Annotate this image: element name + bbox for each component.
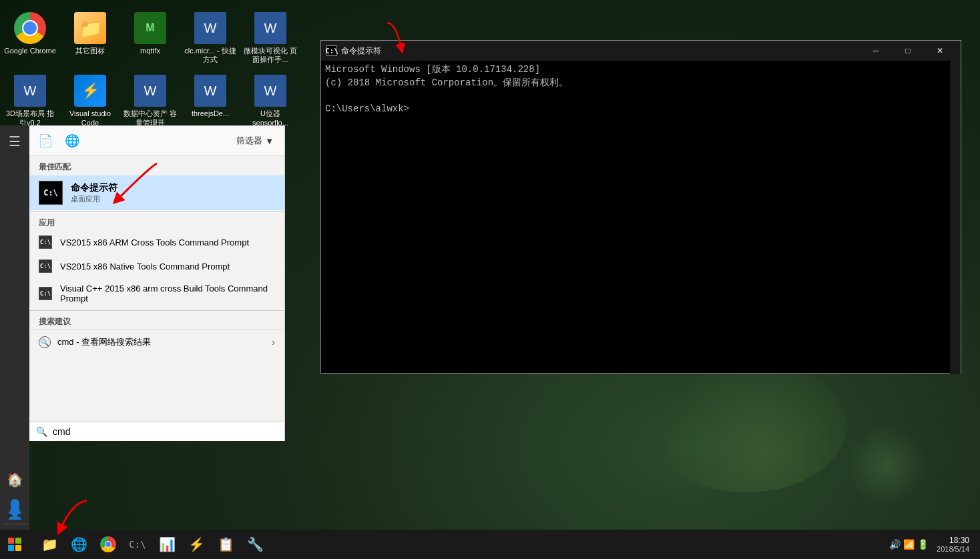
desktop-decoration-2 <box>846 426 927 506</box>
vscode-icon: ⚡ <box>74 75 106 107</box>
search-input[interactable] <box>53 426 278 437</box>
apps-divider <box>29 211 284 212</box>
desktop-icon-chrome[interactable]: Google Chrome <box>0 7 60 69</box>
desktop-icon-weimu[interactable]: W 微模块可视化 页面操作手... <box>240 7 300 69</box>
svg-rect-6 <box>15 545 21 551</box>
sidebar-user-icon[interactable]: 👤 <box>3 500 27 524</box>
taskbar-item-other2[interactable]: ⚡ <box>182 530 211 559</box>
app-icon-vs2015-native: C:\ <box>39 259 52 273</box>
suggestion-arrow-icon: › <box>272 337 275 348</box>
desktop-icon-datacenter[interactable]: W 数据中心资产 容量管理开 <box>120 69 180 132</box>
start-sidebar: ☰ 🏠 👤 ⚙ 👤 <box>0 125 29 531</box>
taskbar-item-file-explorer[interactable]: 📁 <box>35 530 64 559</box>
cmd-content-area[interactable]: Microsoft Windows [版本 10.0.17134.228] (c… <box>321 61 961 373</box>
desktop-icon-vscode[interactable]: ⚡ Visual studio Code <box>60 69 120 132</box>
taskbar-item-cmd[interactable]: C:\ <box>123 530 152 559</box>
threejs-icon: W <box>194 75 226 107</box>
search-bar-icon: 🔍 <box>36 426 47 437</box>
cmd-title-icon: C:\ <box>326 45 337 56</box>
desktop-icon-clc-label: clc.micr... - 快捷方式 <box>183 47 238 64</box>
taskbar-items: 📁 🌐 C:\ 📊 ⚡ 📋 🔧 <box>29 530 884 559</box>
taskbar-item-edge[interactable]: 🌐 <box>64 530 93 559</box>
mqttfx-icon: M <box>134 12 166 44</box>
taskbar: 📁 🌐 C:\ 📊 ⚡ 📋 🔧 🔊 📶 🔋 18:30 2018/5/14 <box>0 530 980 559</box>
desktop-icon-threejs-label: threejsDe... <box>192 109 229 118</box>
desktop-icon-clc[interactable]: W clc.micr... - 快捷方式 <box>180 7 240 69</box>
taskbar-item-other4[interactable]: 🔧 <box>240 530 270 559</box>
app-item-2[interactable]: C:\ Visual C++ 2015 x86 arm cross Build … <box>29 278 284 309</box>
taskbar-item-other3[interactable]: 📋 <box>211 530 240 559</box>
desktop-icon-other[interactable]: 📁 其它图标 <box>60 7 120 69</box>
suggest-section-label: 搜索建议 <box>29 312 284 329</box>
desktop-icon-vscode-label: Visual studio Code <box>63 109 117 127</box>
taskbar-item-chrome[interactable] <box>93 530 123 559</box>
sidebar-hamburger-icon[interactable]: ☰ <box>3 129 27 153</box>
cmd-window[interactable]: C:\ 命令提示符 ─ □ ✕ Microsoft Windows [版本 10… <box>320 40 961 374</box>
start-nav-document-icon[interactable]: 📄 <box>35 130 56 151</box>
taskbar-time: 18:30 <box>937 536 969 545</box>
cmd-prompt: C:\Users\alwxk> <box>325 103 957 116</box>
desktop-icon-other-label: 其它图标 <box>75 47 105 55</box>
desktop-icon-weimu-label: 微模块可视化 页面操作手... <box>243 47 298 64</box>
best-match-label: 最佳匹配 <box>29 156 284 175</box>
svg-rect-5 <box>8 545 14 551</box>
taskbar-tray-icons: 🔊 📶 🔋 <box>889 539 929 550</box>
filter-button[interactable]: 筛选器 ▼ <box>231 133 279 148</box>
filter-label: 筛选器 <box>236 135 262 147</box>
cmd-titlebar: C:\ 命令提示符 ─ □ ✕ <box>321 41 961 61</box>
windows-logo-icon <box>8 538 21 551</box>
cmd-scrollbar[interactable] <box>950 61 961 374</box>
chrome-icon <box>14 12 46 44</box>
desktop-icon-mqttfx[interactable]: M mqttfx <box>120 7 180 69</box>
taskbar-date: 2018/5/14 <box>937 545 969 553</box>
apps-section-label: 应用 <box>29 213 284 230</box>
suggestion-divider <box>29 310 284 311</box>
best-match-name: 命令提示符 <box>71 182 275 194</box>
app-name-0: VS2015 x86 ARM Cross Tools Command Promp… <box>60 237 249 247</box>
start-panel: 📄 🌐 筛选器 ▼ 最佳匹配 C:\ 命令提示符 桌面应用 应用 C:\ VS2… <box>29 125 285 441</box>
best-match-text: 命令提示符 桌面应用 <box>71 182 275 204</box>
sidebar-settings-icon[interactable]: ⚙ <box>3 467 27 491</box>
taskbar-start-button[interactable] <box>0 530 29 559</box>
taskbar-item-other1[interactable]: 📊 <box>152 530 182 559</box>
filter-chevron-icon: ▼ <box>265 136 274 146</box>
3d-icon: W <box>14 75 46 107</box>
cmd-maximize-button[interactable]: □ <box>893 41 923 61</box>
desktop-icon-uposition[interactable]: W U位器 sensorflo... <box>240 69 300 132</box>
app-name-1: VS2015 x86 Native Tools Command Prompt <box>60 261 230 271</box>
taskbar-chrome-center <box>105 541 111 548</box>
desktop-icon-mqttfx-label: mqttfx <box>140 47 160 55</box>
search-suggestion-item[interactable]: 🔍 cmd - 查看网络搜索结果 › <box>29 329 284 355</box>
best-match-item[interactable]: C:\ 命令提示符 桌面应用 <box>29 175 284 210</box>
weimu-icon: W <box>254 12 286 44</box>
cmd-title-text: 命令提示符 <box>341 45 861 57</box>
app-icon-vs2015-arm: C:\ <box>39 235 52 249</box>
clc-icon: W <box>194 12 226 44</box>
cmd-line-2: (c) 2018 Microsoft Corporation。保留所有权利。 <box>325 77 957 90</box>
app-item-0[interactable]: C:\ VS2015 x86 ARM Cross Tools Command P… <box>29 230 284 254</box>
search-bar: 🔍 <box>29 422 284 441</box>
taskbar-tray: 🔊 📶 🔋 18:30 2018/5/14 <box>884 536 980 553</box>
desktop-icon-uposition-label: U位器 sensorflo... <box>243 109 298 127</box>
desktop-icon-datacenter-label: 数据中心资产 容量管理开 <box>123 109 178 127</box>
taskbar-clock: 18:30 2018/5/14 <box>937 536 969 553</box>
cmd-line-3 <box>325 89 957 103</box>
search-suggestion-icon: 🔍 <box>39 336 51 348</box>
start-nav-globe-icon[interactable]: 🌐 <box>61 130 83 151</box>
desktop-icon-3d[interactable]: W 3D场景布局 指引v0.2 <box>0 69 60 132</box>
svg-rect-4 <box>15 538 21 544</box>
cmd-minimize-button[interactable]: ─ <box>861 41 891 61</box>
app-icon-vs2015-arm-cross: C:\ <box>39 287 52 300</box>
app-item-1[interactable]: C:\ VS2015 x86 Native Tools Command Prom… <box>29 254 284 278</box>
cmd-close-button[interactable]: ✕ <box>925 41 955 61</box>
best-match-subtitle: 桌面应用 <box>71 194 275 204</box>
search-suggestion-text: cmd - 查看网络搜索结果 <box>57 336 265 348</box>
desktop-decoration-1 <box>646 359 846 492</box>
folder-icon: 📁 <box>74 12 106 44</box>
start-nav-bar: 📄 🌐 筛选器 ▼ <box>29 126 284 156</box>
panel-empty-space <box>29 355 284 422</box>
desktop-icon-threejs[interactable]: W threejsDe... <box>180 69 240 132</box>
suggestion-query: cmd <box>57 337 74 347</box>
cmd-window-controls: ─ □ ✕ <box>861 41 955 61</box>
taskbar-chrome-icon <box>100 536 116 552</box>
